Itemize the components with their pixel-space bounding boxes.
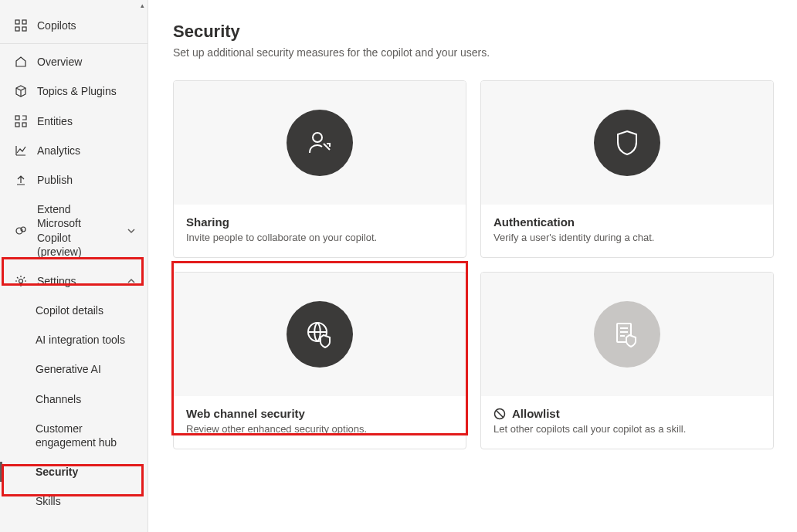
copilot-icon <box>14 224 28 238</box>
page-title: Security <box>173 22 775 42</box>
card-desc: Let other copilots call your copilot as … <box>493 423 761 435</box>
sidebar-label: Channels <box>36 392 137 406</box>
sidebar-label: Extend Microsoft Copilot (preview) <box>37 202 117 259</box>
chart-icon <box>14 144 28 158</box>
chevron-down-icon <box>126 225 137 236</box>
svg-rect-0 <box>15 20 19 24</box>
card-hero <box>174 81 466 205</box>
sidebar-label: Settings <box>37 274 117 288</box>
grid-icon <box>14 19 28 32</box>
sidebar-label: Generative AI <box>36 362 137 376</box>
sidebar-item-analytics[interactable]: Analytics <box>0 136 148 165</box>
gear-icon <box>14 274 28 288</box>
sidebar-item-settings[interactable]: Settings <box>0 266 148 296</box>
sidebar-item-customer-hub[interactable]: Customer engagement hub <box>0 414 148 457</box>
card-body: Allowlist Let other copilots call your c… <box>481 396 773 449</box>
sidebar-item-extend[interactable]: Extend Microsoft Copilot (preview) <box>0 195 148 266</box>
home-icon <box>14 55 28 69</box>
list-shield-icon <box>594 301 660 368</box>
sidebar-label: AI integration tools <box>36 333 137 347</box>
sidebar-item-security[interactable]: Security <box>0 457 148 486</box>
sidebar-item-channels[interactable]: Channels <box>0 385 148 414</box>
card-hero <box>481 273 773 396</box>
sidebar-label: Security <box>36 465 137 479</box>
card-title: Sharing <box>186 215 453 229</box>
svg-rect-2 <box>15 27 19 31</box>
box-icon <box>14 84 28 98</box>
chevron-up-icon <box>126 276 137 286</box>
sidebar-label: Entities <box>37 114 137 128</box>
svg-rect-3 <box>22 27 26 31</box>
sidebar-item-copilot-details[interactable]: Copilot details <box>0 296 148 325</box>
globe-shield-icon <box>287 301 353 368</box>
svg-point-10 <box>313 133 322 142</box>
sidebar-label: Publish <box>37 173 137 187</box>
card-hero <box>174 273 466 396</box>
card-title: Authentication <box>493 215 761 229</box>
sidebar-label: Skills <box>36 494 137 508</box>
page-subtitle: Set up additional security measures for … <box>173 46 775 59</box>
card-desc: Invite people to collaborate on your cop… <box>186 232 453 243</box>
sidebar-item-skills[interactable]: Skills <box>0 486 148 516</box>
card-body: Web channel security Review other enhanc… <box>174 396 466 449</box>
card-web-security[interactable]: Web channel security Review other enhanc… <box>173 272 466 449</box>
sidebar-label: Customer engagement hub <box>36 422 137 449</box>
svg-rect-4 <box>15 116 19 120</box>
card-body: Sharing Invite people to collaborate on … <box>174 205 466 257</box>
sidebar-item-topics[interactable]: Topics & Plugins <box>0 76 148 106</box>
sidebar-item-ai-integration[interactable]: AI integration tools <box>0 325 148 354</box>
sidebar-item-overview[interactable]: Overview <box>0 47 148 76</box>
blocked-icon <box>493 408 506 420</box>
sidebar-item-entities[interactable]: Entities <box>0 107 148 136</box>
sharing-icon <box>287 110 353 176</box>
card-authentication[interactable]: Authentication Verify a user's identity … <box>480 80 774 258</box>
card-title-text: Allowlist <box>512 407 560 420</box>
svg-rect-5 <box>22 123 26 127</box>
sidebar-label: Copilot details <box>36 303 137 317</box>
sidebar-label: Overview <box>37 55 137 69</box>
sidebar-label: Analytics <box>37 144 137 158</box>
scroll-up-icon[interactable]: ▴ <box>137 0 148 11</box>
card-sharing[interactable]: Sharing Invite people to collaborate on … <box>173 80 466 258</box>
card-body: Authentication Verify a user's identity … <box>481 205 773 257</box>
main-content: Security Set up additional security meas… <box>148 0 797 532</box>
card-desc: Verify a user's identity during a chat. <box>493 232 761 243</box>
card-desc: Review other enhanced security options. <box>186 423 453 435</box>
sidebar-item-publish[interactable]: Publish <box>0 165 148 195</box>
entities-icon <box>14 114 28 128</box>
sidebar-item-generative-ai[interactable]: Generative AI <box>0 354 148 384</box>
card-title: Allowlist <box>493 407 761 420</box>
svg-point-9 <box>19 279 23 283</box>
shield-icon <box>594 110 660 176</box>
svg-rect-1 <box>22 20 26 24</box>
card-allowlist[interactable]: Allowlist Let other copilots call your c… <box>480 272 774 449</box>
sidebar-label: Topics & Plugins <box>37 84 137 98</box>
sidebar-label: Copilots <box>37 19 137 32</box>
upload-icon <box>14 173 28 187</box>
sidebar: ▴ Copilots Overview <box>0 0 148 532</box>
card-hero <box>481 81 773 205</box>
cards-grid: Sharing Invite people to collaborate on … <box>173 80 775 449</box>
svg-rect-6 <box>15 123 19 127</box>
sidebar-item-copilots[interactable]: Copilots <box>0 11 148 40</box>
divider <box>0 43 148 44</box>
card-title: Web channel security <box>186 407 453 420</box>
